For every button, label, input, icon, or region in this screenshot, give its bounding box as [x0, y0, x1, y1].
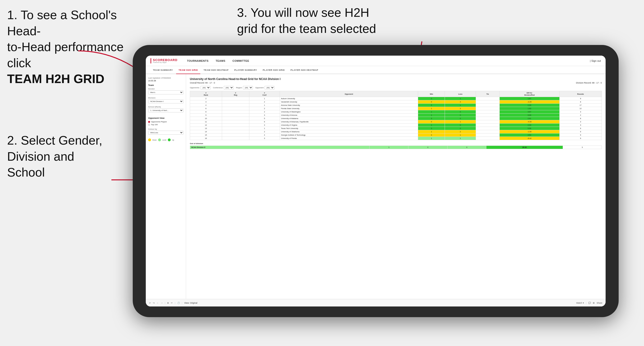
- td-loss: 1: [445, 137, 476, 140]
- radio-dot-top100: [148, 124, 150, 126]
- ood-diff: 26.00: [486, 146, 563, 149]
- toolbar-sep2: |: [175, 302, 175, 304]
- table-row: 4 1 Arizona State University 5 1 2.29 17: [190, 104, 602, 107]
- td-reg: [222, 130, 249, 134]
- region-select[interactable]: (All): [243, 86, 253, 89]
- td-rank: 10: [190, 117, 222, 120]
- td-rounds: 3: [560, 124, 602, 127]
- color-up: [168, 139, 171, 141]
- sub-nav-team-h2h-heatmap[interactable]: TEAM H2H HEATMAP: [201, 66, 231, 74]
- toolbar-clock[interactable]: 🕐: [177, 302, 180, 304]
- division-select[interactable]: NCAA Division I: [148, 99, 184, 103]
- region-label: Region: [236, 87, 242, 89]
- td-diff: 2.61: [500, 117, 560, 120]
- td-rank: 9: [190, 114, 222, 117]
- td-win: 0: [418, 134, 445, 137]
- td-reg: [222, 124, 249, 127]
- grid-area: University of North Carolina Head-to-Hea…: [186, 74, 606, 299]
- toolbar-back[interactable]: ←: [157, 302, 159, 304]
- sign-out[interactable]: | Sign out: [590, 59, 601, 62]
- td-win: 3: [418, 127, 445, 130]
- td-reg: [222, 97, 249, 100]
- toolbar-add[interactable]: ⊕: [167, 302, 169, 304]
- filter-region: Region (All): [236, 86, 253, 89]
- td-opponent: University of Oklahoma: [280, 130, 418, 134]
- toolbar-watch[interactable]: Watch ▾: [576, 302, 584, 304]
- th-rank: #Rank: [190, 91, 222, 97]
- sub-nav-player-h2h-grid[interactable]: PLAYER H2H GRID: [260, 66, 287, 74]
- td-loss: 1: [445, 120, 476, 124]
- logo-sub: Powered by clippd: [153, 61, 178, 63]
- instruction-left: 2. Select Gender, Division and School: [7, 133, 102, 180]
- toolbar-share[interactable]: Share: [596, 302, 602, 304]
- toolbar-cut[interactable]: ✂: [171, 302, 173, 304]
- td-rank: 6: [190, 107, 222, 110]
- record-row: Overall Record: 89 - 17 - 0 Division Rec…: [190, 82, 602, 84]
- radio-top-100[interactable]: Top 100: [148, 124, 184, 126]
- radio-opponents-played[interactable]: Opponents Played: [148, 121, 184, 123]
- td-rank: 13: [190, 127, 222, 130]
- team-label: Team: [148, 84, 184, 86]
- td-opponent: University of Arizona: [280, 114, 418, 117]
- logo-area: SCOREBOARD Powered by clippd: [150, 58, 178, 63]
- gender-select[interactable]: Men's: [148, 90, 184, 94]
- td-diff: 9.00: [500, 114, 560, 117]
- td-tie: [476, 130, 500, 134]
- td-conf: 2: [249, 110, 280, 114]
- division-record: Division Record: 88 - 17 - 0: [576, 82, 602, 84]
- td-opponent: University of Alabama: [280, 117, 418, 120]
- sub-nav-player-h2h-heatmap[interactable]: PLAYER H2H HEATMAP: [288, 66, 320, 74]
- nav-teams[interactable]: TEAMS: [216, 59, 226, 62]
- table-header-row: #Rank #Reg #Conf Opponent Win Loss Tie D…: [190, 91, 602, 97]
- td-rounds: 3: [560, 120, 602, 124]
- td-conf: 6: [249, 120, 280, 124]
- td-reg: [222, 100, 249, 104]
- td-tie: [476, 137, 500, 140]
- td-opponent: University of Florida: [280, 137, 418, 140]
- td-reg: [222, 120, 249, 124]
- school-select[interactable]: 1. University of Nort...: [148, 108, 184, 112]
- sub-nav-player-summary[interactable]: PLAYER SUMMARY: [232, 66, 259, 74]
- td-conf: 3: [249, 137, 280, 140]
- td-rounds: 2: [560, 114, 602, 117]
- toolbar-grid-icon[interactable]: ⊞: [593, 302, 595, 304]
- ood-tie: 0: [447, 146, 486, 149]
- toolbar-forward[interactable]: →: [161, 302, 163, 304]
- colour-by-select[interactable]: Win/Loss: [148, 131, 184, 135]
- ood-win: 1: [370, 146, 408, 149]
- toolbar-comment[interactable]: 💬: [588, 302, 591, 304]
- color-level: [158, 139, 161, 141]
- nav-tournaments[interactable]: TOURNAMENTS: [187, 59, 208, 62]
- td-win: 1: [418, 110, 445, 114]
- school-label: School (Rank): [148, 106, 184, 108]
- toolbar-undo[interactable]: ↩: [149, 302, 151, 304]
- td-win: 1: [418, 114, 445, 117]
- td-win: 1: [418, 137, 445, 140]
- td-tie: [476, 114, 500, 117]
- nav-committee[interactable]: COMMITTEE: [232, 59, 249, 62]
- th-diff: Diff AvStrokes/Rnd: [500, 91, 560, 97]
- td-opponent: Arizona State University: [280, 104, 418, 107]
- td-conf: 2: [249, 100, 280, 104]
- td-conf: 3: [249, 114, 280, 117]
- td-reg: [222, 110, 249, 114]
- td-tie: [476, 97, 500, 100]
- instruction-left-line3: School: [7, 166, 45, 179]
- td-rank: 3: [190, 100, 222, 104]
- td-loss: 4: [445, 100, 476, 104]
- td-reg: [222, 107, 249, 110]
- sub-nav-team-summary[interactable]: TEAM SUMMARY: [150, 66, 175, 74]
- toolbar-redo[interactable]: ↪: [153, 302, 155, 304]
- out-of-division-table: NCAA Division II 1 0 0 26.00 3: [190, 146, 602, 149]
- conference-select[interactable]: (All): [224, 86, 234, 89]
- radio-dot-opponents: [148, 121, 150, 123]
- opponent-select[interactable]: (All): [264, 86, 274, 89]
- ood-loss: 0: [408, 146, 447, 149]
- td-win: 0: [418, 100, 445, 104]
- overall-record: Overall Record: 89 - 17 - 0: [190, 82, 215, 84]
- td-opponent: University of Washington: [280, 110, 418, 114]
- td-rank: 2: [190, 97, 222, 100]
- sub-nav-team-h2h-grid[interactable]: TEAM H2H GRID: [176, 66, 200, 74]
- opponents-select[interactable]: (All): [200, 86, 210, 89]
- th-win: Win: [418, 91, 445, 97]
